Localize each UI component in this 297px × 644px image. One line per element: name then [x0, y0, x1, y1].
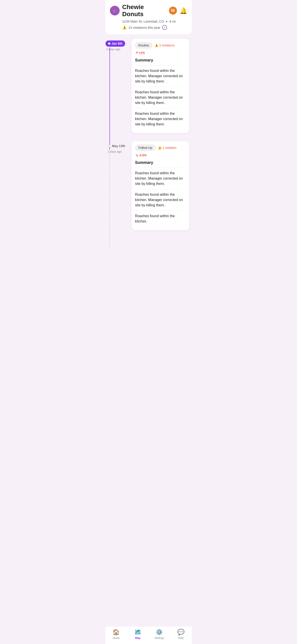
- summary-title: Summary: [135, 58, 186, 62]
- warning-icon: ⚠️: [122, 26, 127, 30]
- followup-summary-item-1: Roaches found within the kitchen. Manage…: [135, 189, 186, 210]
- nav-help-label: Help: [178, 636, 184, 640]
- address-text: 1234 Main St, Lanestad, CO: [122, 20, 164, 23]
- trend-arrow-up-icon: ↗: [135, 51, 138, 55]
- timeline-item-jan5: Jan 5th 2 days ago Routine ⚠️ 3 violatio…: [106, 39, 192, 141]
- help-icon: 💬: [177, 629, 184, 636]
- nav-help[interactable]: 💬 Help: [174, 629, 188, 640]
- nav-home-label: Home: [112, 636, 120, 640]
- info-icon[interactable]: i: [162, 25, 167, 30]
- trend-arrow-down-icon: ↘: [135, 153, 138, 157]
- home-icon: 🏠: [112, 629, 120, 636]
- date-badge-may13: May 13th: [106, 143, 130, 149]
- time-ago-jan5: 2 days ago: [106, 48, 130, 51]
- nav-map-label: Map: [135, 636, 140, 640]
- inspection-type-badge: Routine: [135, 42, 152, 48]
- inspection-type-badge-followup: Follow-Up: [135, 145, 156, 151]
- summary-title-followup: Summary: [135, 160, 186, 165]
- nav-settings[interactable]: ⚙️ Settings: [152, 629, 166, 640]
- summary-item-2: Roaches found within the kitchen. Manage…: [135, 108, 186, 130]
- violations-count: ⚠️ 3 violations: [154, 44, 175, 47]
- restaurant-title: Chewie Donuts: [122, 4, 167, 18]
- date-badge-jan5: Jan 5th: [106, 40, 125, 47]
- violations-count-followup: ⚠️ 1 violation: [158, 146, 176, 150]
- summary-item-0: Roaches found within the kitchen. Manage…: [135, 65, 186, 87]
- header: ← Chewie Donuts 56 🔔 1234 Main St, Lanes…: [106, 0, 192, 34]
- nav-settings-label: Settings: [154, 636, 164, 640]
- distance-text: 4 mi.: [170, 20, 177, 23]
- trend-indicator-down: ↘ -3.5%: [135, 153, 147, 157]
- location-icon: ➤: [166, 20, 168, 23]
- nav-map[interactable]: 🗺️ Map: [131, 629, 144, 640]
- trend-indicator-up: ↗ +2%: [135, 51, 145, 55]
- yearly-violations-text: 13 violations this year: [128, 26, 160, 30]
- map-icon: 🗺️: [134, 629, 141, 636]
- bottom-nav: 🏠 Home 🗺️ Map ⚙️ Settings 💬 Help: [106, 626, 192, 644]
- time-ago-may13: 2 days ago: [106, 150, 130, 153]
- inspection-card-followup: Follow-Up ⚠️ 1 violation ↘ -3.5% Summary…: [132, 141, 189, 230]
- timeline-item-may13: May 13th 2 days ago Follow-Up ⚠️ 1 viola…: [106, 141, 192, 238]
- nav-home[interactable]: 🏠 Home: [110, 629, 123, 640]
- back-button[interactable]: ←: [110, 6, 120, 16]
- notification-bell-icon[interactable]: 🔔: [180, 7, 187, 14]
- followup-summary-item-2: Roaches found within the kitchen.: [135, 210, 186, 227]
- inspection-card-routine: Routine ⚠️ 3 violations ↗ +2% Summary Ro…: [132, 39, 189, 133]
- timeline: Jan 5th 2 days ago Routine ⚠️ 3 violatio…: [106, 34, 192, 242]
- followup-summary-item-0: Roaches found within the kitchen. Manage…: [135, 168, 186, 189]
- violation-badge: 56: [169, 7, 177, 14]
- violation-warning-icon: ⚠️: [154, 44, 158, 47]
- violation-warning-icon-2: ⚠️: [158, 146, 162, 150]
- summary-item-1: Roaches found within the kitchen. Manage…: [135, 87, 186, 108]
- settings-icon: ⚙️: [156, 629, 163, 636]
